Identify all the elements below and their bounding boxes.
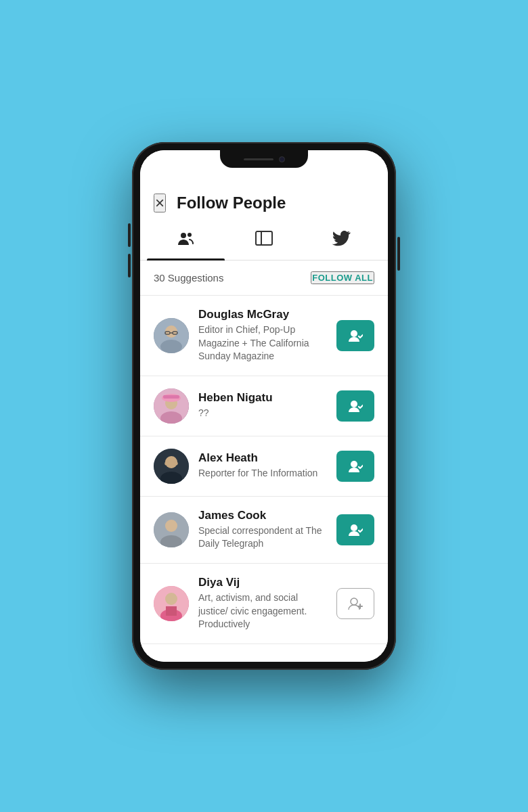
avatar-james: [154, 512, 189, 547]
svg-point-10: [351, 330, 357, 337]
people-icon: [177, 229, 196, 250]
svg-point-27: [351, 524, 357, 531]
person-row-james: James Cook Special correspondent at The …: [140, 497, 388, 564]
power-button[interactable]: [397, 237, 400, 271]
person-desc-douglas: Editor in Chief, Pop-Up Magazine + The C…: [198, 323, 327, 363]
follow-button-heben[interactable]: [336, 390, 374, 422]
person-desc-james: Special correspondent at The Daily Teleg…: [198, 524, 327, 551]
svg-point-16: [351, 401, 357, 407]
status-bar: [140, 150, 388, 180]
person-info-diya: Diya Vij Art, activism, and social justi…: [198, 576, 327, 631]
twitter-icon: [332, 229, 351, 250]
person-info-heben: Heben Nigatu ??: [198, 391, 327, 420]
avatar-alex: [154, 449, 189, 484]
svg-point-23: [351, 461, 357, 468]
svg-point-0: [181, 233, 186, 238]
follow-all-button[interactable]: FOLLOW ALL: [311, 271, 374, 284]
tab-twitter[interactable]: [303, 219, 381, 260]
person-name-james: James Cook: [198, 509, 327, 522]
svg-rect-31: [166, 606, 177, 616]
follow-button-alex[interactable]: [336, 451, 374, 482]
svg-point-6: [160, 340, 182, 353]
svg-point-1: [188, 233, 192, 237]
person-info-alex: Alex Heath Reporter for The Information: [198, 451, 327, 480]
svg-point-25: [165, 520, 177, 532]
phone-frame: × Follow People: [132, 142, 396, 670]
person-row-douglas: Douglas McGray Editor in Chief, Pop-Up M…: [140, 296, 388, 376]
person-desc-heben: ??: [198, 407, 327, 420]
person-row-alex: Alex Heath Reporter for The Information: [140, 436, 388, 497]
tab-people[interactable]: [147, 219, 225, 260]
person-desc-alex: Reporter for The Information: [198, 467, 327, 480]
svg-rect-2: [256, 231, 272, 245]
avatar-heben: [154, 388, 189, 424]
volume-down-button[interactable]: [128, 254, 131, 277]
sidebar-icon: [255, 229, 273, 250]
volume-up-button[interactable]: [128, 223, 131, 247]
svg-point-29: [165, 593, 177, 605]
follow-button-douglas[interactable]: [336, 320, 374, 351]
follow-button-diya[interactable]: [336, 588, 374, 619]
suggestions-row: 30 Suggestions FOLLOW ALL: [140, 261, 388, 296]
close-button[interactable]: ×: [154, 194, 166, 212]
person-info-james: James Cook Special correspondent at The …: [198, 509, 327, 551]
suggestions-count: 30 Suggestions: [154, 272, 223, 284]
page-title: Follow People: [177, 194, 286, 212]
svg-point-32: [351, 598, 357, 605]
follow-button-james[interactable]: [336, 514, 374, 545]
tab-sidebar[interactable]: [225, 219, 303, 260]
person-name-alex: Alex Heath: [198, 451, 327, 465]
person-name-diya: Diya Vij: [198, 576, 327, 589]
person-name-heben: Heben Nigatu: [198, 391, 327, 405]
header: × Follow People: [140, 180, 388, 219]
avatar-diya: [154, 586, 189, 621]
app-content: × Follow People: [140, 180, 388, 662]
avatar-douglas: [154, 318, 189, 353]
svg-rect-15: [163, 395, 179, 399]
phone-screen: × Follow People: [140, 150, 388, 662]
tabs-row: [140, 219, 388, 261]
person-row-diya: Diya Vij Art, activism, and social justi…: [140, 564, 388, 644]
person-info-douglas: Douglas McGray Editor in Chief, Pop-Up M…: [198, 308, 327, 363]
person-desc-diya: Art, activism, and social justice/ civic…: [198, 591, 327, 631]
person-name-douglas: Douglas McGray: [198, 308, 327, 321]
person-row-heben: Heben Nigatu ??: [140, 376, 388, 436]
